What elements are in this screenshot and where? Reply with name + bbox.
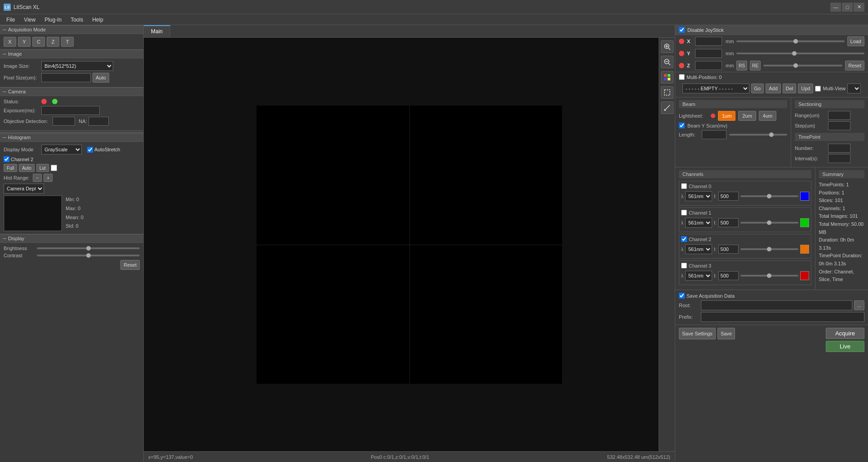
- axis-x-slider[interactable]: [736, 40, 844, 42]
- channel-3-intensity[interactable]: [718, 271, 739, 280]
- menu-file[interactable]: File: [2, 16, 19, 24]
- image-size-select[interactable]: Bin4(512*512): [41, 61, 113, 71]
- ls-1um-button[interactable]: 1um: [718, 111, 735, 121]
- pixel-auto-button[interactable]: Auto: [93, 73, 109, 83]
- step-input[interactable]: 10.00: [828, 121, 850, 130]
- channel-2-slider[interactable]: [740, 248, 798, 250]
- na-input[interactable]: 1.00: [89, 117, 109, 126]
- menu-help[interactable]: Help: [88, 16, 108, 24]
- lightsheet-dot: [711, 114, 715, 118]
- tp-interval-input[interactable]: 0.00: [828, 154, 850, 163]
- contrast-slider[interactable]: [37, 255, 140, 256]
- channel-0-checkbox[interactable]: [681, 183, 687, 189]
- channel-3-checkbox[interactable]: [681, 263, 687, 268]
- acq-btn-c[interactable]: C: [32, 37, 45, 47]
- measure-button[interactable]: [661, 101, 673, 114]
- channel-0-intensity[interactable]: [718, 192, 739, 201]
- contrast-row: Contrast: [4, 253, 140, 258]
- beam-y-scan-checkbox[interactable]: [679, 123, 685, 128]
- acquire-button[interactable]: Acquire: [826, 328, 864, 339]
- display-reset-button[interactable]: Reset: [120, 260, 140, 270]
- acq-btn-x[interactable]: X: [4, 37, 16, 47]
- channel-0-slider[interactable]: [740, 195, 798, 197]
- lut-select[interactable]: Camera Depth: [4, 184, 44, 194]
- channel-1-slider[interactable]: [740, 222, 798, 224]
- exposure-input[interactable]: 20.00: [41, 106, 100, 115]
- beam-length-input[interactable]: 7438: [702, 130, 726, 139]
- browse-button[interactable]: ...: [854, 300, 864, 310]
- ls-2um-button[interactable]: 2um: [738, 111, 756, 121]
- save-button[interactable]: Save: [717, 328, 735, 339]
- roi-button[interactable]: [661, 86, 673, 99]
- tp-number-input[interactable]: 1: [828, 144, 850, 153]
- axis-y-row: Y -2.001 mm: [675, 48, 868, 59]
- channel-3-slider[interactable]: [740, 275, 798, 277]
- axis-z-slider[interactable]: [763, 65, 842, 66]
- prefix-label: Prefix:: [679, 314, 699, 320]
- multi-upd-button[interactable]: Upd: [798, 84, 813, 93]
- maximize-button[interactable]: □: [842, 3, 853, 12]
- menu-plugin[interactable]: Plug-In: [40, 16, 66, 24]
- hist-minus-button[interactable]: −: [33, 174, 42, 182]
- axis-z-input[interactable]: 01.000: [695, 61, 722, 70]
- axis-z-rs-button[interactable]: RS: [736, 61, 747, 70]
- prefix-input[interactable]: 测试_330_zp: [701, 312, 864, 322]
- channel-2-color[interactable]: [800, 245, 809, 254]
- channel-0-color[interactable]: [800, 192, 809, 201]
- axis-y-slider[interactable]: [736, 53, 864, 54]
- channel-1-intensity[interactable]: [718, 218, 739, 227]
- channel-3-wavelength[interactable]: 561nm: [685, 271, 712, 281]
- brightness-slider[interactable]: [37, 247, 140, 249]
- multi-view-checkbox[interactable]: [815, 86, 821, 92]
- acq-btn-t[interactable]: T: [61, 37, 74, 47]
- menu-tools[interactable]: Tools: [66, 16, 88, 24]
- channel-3-color[interactable]: [800, 271, 809, 280]
- multi-position-checkbox[interactable]: [679, 74, 685, 80]
- zoom-out-button[interactable]: [661, 56, 673, 68]
- multi-position-select[interactable]: - - - - - EMPTY - - - - -: [682, 84, 749, 93]
- beam-length-slider[interactable]: [729, 134, 787, 136]
- hist-plus-button[interactable]: +: [44, 174, 53, 182]
- channel-1-color[interactable]: [800, 218, 809, 227]
- range-input[interactable]: 1000: [828, 111, 850, 120]
- channel-0-wavelength[interactable]: 561nm: [685, 191, 712, 201]
- save-acq-checkbox[interactable]: [679, 293, 685, 299]
- tab-main[interactable]: Main: [144, 25, 170, 37]
- multi-add-button[interactable]: Add: [766, 84, 781, 93]
- channel-2-intensity[interactable]: [718, 245, 739, 254]
- hist-auto-button[interactable]: Auto: [19, 164, 35, 172]
- live-button[interactable]: Live: [826, 341, 864, 352]
- menu-view[interactable]: View: [19, 16, 40, 24]
- display-mode-select[interactable]: GrayScale: [41, 145, 82, 154]
- zoom-in-button[interactable]: [661, 40, 673, 53]
- channel-1-wavelength[interactable]: 561nm: [685, 218, 712, 228]
- multi-view-select[interactable]: [847, 84, 861, 93]
- pixel-size-input[interactable]: 1.0400: [41, 73, 91, 82]
- joystick-checkbox[interactable]: [679, 27, 685, 33]
- channel-2-checkbox[interactable]: [681, 236, 687, 242]
- color-button[interactable]: [661, 71, 673, 84]
- root-input[interactable]: D:\save: [701, 300, 852, 310]
- axis-x-load-button[interactable]: Load: [847, 36, 864, 46]
- autostretch-checkbox[interactable]: [87, 147, 93, 153]
- left-panel: Acquisition Mode X Y C Z T Image Image S…: [0, 25, 144, 462]
- hist-lut-button[interactable]: Lut: [36, 164, 49, 172]
- channel-2-wavelength[interactable]: 561nm: [685, 244, 712, 254]
- ls-4um-button[interactable]: 4um: [759, 111, 776, 121]
- save-settings-button[interactable]: Save Settings: [679, 328, 716, 339]
- axis-y-input[interactable]: -2.001: [695, 49, 722, 58]
- acq-btn-z[interactable]: Z: [47, 37, 59, 47]
- objective-input[interactable]: 25x: [53, 117, 75, 126]
- close-button[interactable]: ✕: [854, 3, 864, 12]
- axis-z-reset-button[interactable]: Reset: [845, 61, 864, 70]
- channel2-checkbox[interactable]: [4, 156, 9, 162]
- dimensions-display: 532.48x532.48 um(512x512): [607, 454, 670, 460]
- axis-x-input[interactable]: 5.000: [695, 37, 722, 46]
- minimize-button[interactable]: —: [830, 3, 841, 12]
- axis-z-re-button[interactable]: RE: [750, 61, 761, 70]
- hist-full-button[interactable]: Full: [4, 164, 17, 172]
- multi-del-button[interactable]: Del: [783, 84, 797, 93]
- multi-go-button[interactable]: Go: [751, 84, 764, 93]
- acq-btn-y[interactable]: Y: [18, 37, 31, 47]
- channel-1-checkbox[interactable]: [681, 210, 687, 216]
